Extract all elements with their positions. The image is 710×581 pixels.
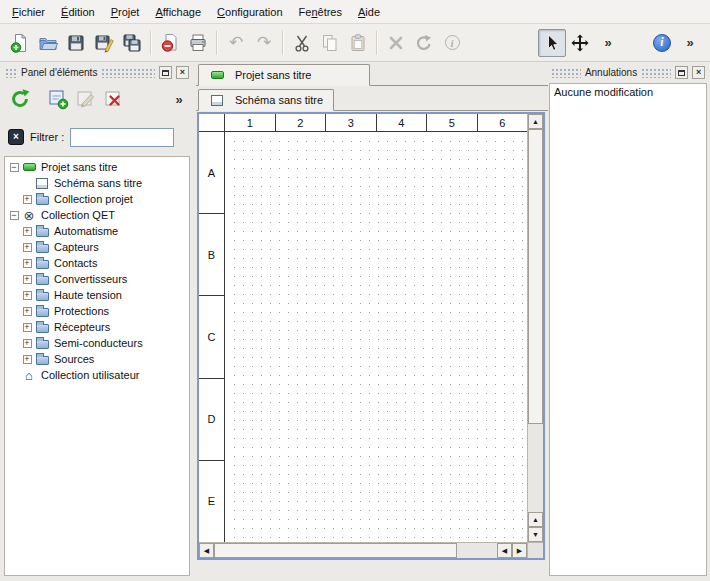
select-pointer-button[interactable] — [538, 29, 566, 57]
collapse-icon[interactable]: − — [7, 159, 21, 175]
menu-item-5[interactable]: Fenêtres — [291, 2, 350, 22]
tools-overflow-button[interactable]: » — [594, 29, 622, 57]
expand-icon[interactable]: + — [20, 223, 34, 239]
diagram-canvas[interactable] — [226, 133, 527, 542]
tree-item[interactable]: Schéma sans titre — [5, 175, 189, 191]
menu-item-6[interactable]: Aide — [350, 2, 388, 22]
open-project-button[interactable] — [34, 29, 62, 57]
tree-item-label: Protections — [54, 305, 109, 317]
tab-schema[interactable]: Schéma sans titre — [198, 89, 334, 111]
paste-icon — [348, 33, 368, 53]
expand-icon[interactable]: + — [20, 319, 34, 335]
float-panel-button[interactable] — [159, 66, 172, 79]
tree-item[interactable]: +Protections — [5, 303, 189, 319]
arrow-left-icon: ◀ — [204, 547, 209, 554]
scroll-left-button[interactable]: ◀ — [497, 543, 512, 558]
close-panel-button[interactable]: × — [692, 66, 705, 79]
horizontal-scroll-track[interactable] — [214, 543, 497, 558]
delete-button[interactable] — [382, 29, 410, 57]
redo-button[interactable]: ↷ — [250, 29, 278, 57]
menu-item-3[interactable]: Affichage — [147, 2, 209, 22]
expand-icon[interactable]: + — [20, 271, 34, 287]
expand-icon[interactable]: + — [20, 303, 34, 319]
menu-item-2[interactable]: Projet — [103, 2, 148, 22]
tree-item[interactable]: +Sources — [5, 351, 189, 367]
vertical-scrollbar[interactable]: ▲ ▲ ▼ — [527, 114, 543, 542]
tree-item-label: Collection projet — [54, 193, 133, 205]
panel-overflow-button[interactable]: » — [170, 85, 188, 113]
tree-item[interactable]: +Capteurs — [5, 239, 189, 255]
dock-handle[interactable] — [5, 68, 17, 78]
tree-item[interactable]: +Semi-conducteurs — [5, 335, 189, 351]
expand-icon[interactable]: + — [20, 239, 34, 255]
undo-button[interactable]: ↶ — [222, 29, 250, 57]
help-info-button[interactable]: i — [648, 29, 676, 57]
expand-icon[interactable]: + — [20, 255, 34, 271]
tree-item[interactable]: ⌂Collection utilisateur — [5, 367, 189, 383]
menu-item-1[interactable]: Édition — [53, 2, 103, 22]
info-button[interactable]: i — [438, 29, 466, 57]
clear-filter-button[interactable]: × — [8, 129, 24, 145]
close-panel-button[interactable]: × — [176, 66, 189, 79]
reload-icon — [9, 88, 31, 110]
element-tree[interactable]: −Projet sans titreSchéma sans titre+Coll… — [4, 156, 190, 576]
tree-item[interactable]: +Automatisme — [5, 223, 189, 239]
scroll-up-button[interactable]: ▲ — [528, 512, 543, 527]
help-overflow-button[interactable]: » — [676, 29, 704, 57]
rotate-button[interactable] — [410, 29, 438, 57]
save-button[interactable] — [62, 29, 90, 57]
collapse-icon[interactable]: − — [7, 207, 21, 223]
save-as-button[interactable] — [90, 29, 118, 57]
print-button[interactable] — [184, 29, 212, 57]
open-folder-icon — [38, 33, 58, 53]
new-document-button[interactable] — [6, 29, 34, 57]
scroll-right-button[interactable]: ▶ — [512, 543, 527, 558]
tree-item[interactable]: +Collection projet — [5, 191, 189, 207]
horizontal-scroll-thumb[interactable] — [214, 543, 457, 558]
dock-handle[interactable] — [101, 68, 155, 78]
tree-item[interactable]: +Récepteurs — [5, 319, 189, 335]
expand-icon[interactable]: + — [20, 351, 34, 367]
tree-item[interactable]: +Convertisseurs — [5, 271, 189, 287]
copy-button[interactable] — [316, 29, 344, 57]
tree-item[interactable]: −⊗Collection QET — [5, 207, 189, 223]
scroll-up-button[interactable]: ▲ — [528, 114, 543, 129]
undo-icon: ↶ — [229, 34, 243, 51]
undo-list-item[interactable]: Aucune modification — [550, 84, 706, 100]
cut-button[interactable] — [288, 29, 316, 57]
tab-project[interactable]: Projet sans titre — [198, 64, 370, 86]
vertical-scroll-thumb[interactable] — [528, 129, 543, 424]
tree-item-label: Collection utilisateur — [41, 369, 139, 381]
delete-element-button[interactable] — [100, 85, 128, 113]
expand-icon[interactable]: + — [20, 335, 34, 351]
menu-item-4[interactable]: Configuration — [209, 2, 290, 22]
save-all-icon — [122, 33, 142, 53]
arrow-up-icon: ▲ — [532, 516, 539, 523]
save-all-button[interactable] — [118, 29, 146, 57]
undo-panel-titlebar: Annulations × — [548, 64, 708, 81]
toolbar-separator — [282, 31, 284, 55]
tree-item[interactable]: +Haute tension — [5, 287, 189, 303]
tree-item[interactable]: −Projet sans titre — [5, 159, 189, 175]
paste-button[interactable] — [344, 29, 372, 57]
edit-element-button[interactable] — [72, 85, 100, 113]
float-panel-button[interactable] — [675, 66, 688, 79]
horizontal-scrollbar[interactable]: ◀ ◀ ▶ — [199, 542, 527, 558]
tree-item[interactable]: +Contacts — [5, 255, 189, 271]
folder-icon — [34, 240, 50, 254]
expand-icon[interactable]: + — [20, 191, 34, 207]
vertical-scroll-track[interactable] — [528, 129, 543, 512]
scroll-left-button[interactable]: ◀ — [199, 543, 214, 558]
menu-item-0[interactable]: Fichier — [4, 2, 53, 22]
arrow-right-icon: ▶ — [517, 547, 522, 554]
reload-collections-button[interactable] — [6, 85, 34, 113]
filter-input[interactable] — [70, 128, 174, 147]
move-tool-button[interactable] — [566, 29, 594, 57]
undo-list[interactable]: Aucune modification — [549, 83, 707, 576]
dock-handle[interactable] — [551, 68, 581, 78]
close-file-button[interactable] — [156, 29, 184, 57]
new-element-button[interactable] — [44, 85, 72, 113]
dock-handle[interactable] — [641, 68, 671, 78]
expand-icon[interactable]: + — [20, 287, 34, 303]
scroll-down-button[interactable]: ▼ — [528, 527, 543, 542]
